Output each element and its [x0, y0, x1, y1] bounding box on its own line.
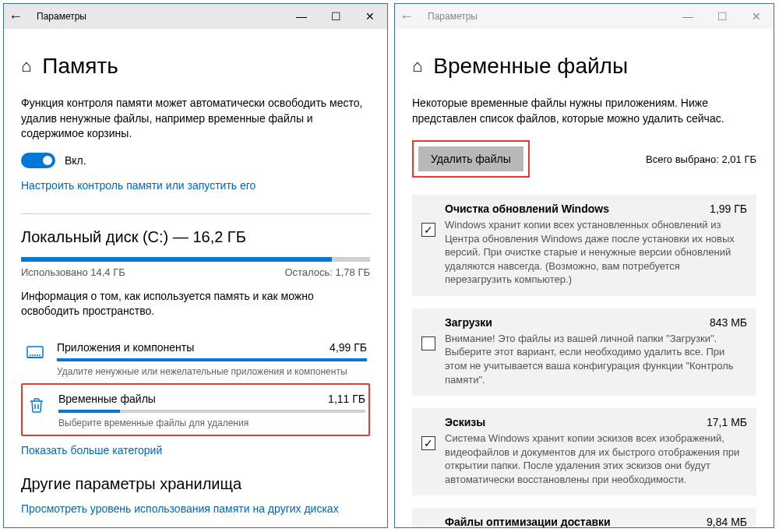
file-item-downloads[interactable]: Загрузки 843 МБ Внимание! Это файлы из в…: [412, 308, 756, 396]
disk-usage-bar: [21, 257, 370, 262]
minimize-button[interactable]: —: [284, 4, 319, 29]
more-storage-settings-title: Другие параметры хранилища: [21, 475, 370, 493]
checkbox[interactable]: [421, 336, 435, 351]
temp-files-list: ✓ Очистка обновлений Windows 1,99 ГБ Win…: [412, 195, 756, 527]
close-button[interactable]: ✕: [353, 4, 387, 29]
category-temp-files[interactable]: Временные файлы 1,11 ГБ Выберите временн…: [21, 383, 370, 436]
total-selected-label: Всего выбрано: 2,01 ГБ: [646, 153, 756, 165]
file-size: 1,99 ГБ: [710, 203, 747, 215]
maximize-button[interactable]: ☐: [319, 4, 353, 29]
file-description: Внимание! Это файлы из вашей личной папк…: [445, 332, 747, 386]
home-icon[interactable]: ⌂: [21, 58, 31, 75]
file-name: Эскизы: [445, 416, 485, 428]
category-sub: Удалите ненужные или нежелательные прило…: [57, 366, 367, 377]
delete-files-button[interactable]: Удалить файлы: [418, 146, 523, 171]
show-more-categories-link[interactable]: Показать больше категорий: [21, 444, 370, 456]
trash-icon: [26, 394, 48, 416]
file-item-windows-update-cleanup[interactable]: ✓ Очистка обновлений Windows 1,99 ГБ Win…: [412, 195, 756, 296]
apps-icon: [24, 343, 46, 365]
titlebar: ← Параметры — ☐ ✕: [395, 4, 774, 29]
checkbox[interactable]: ✓: [421, 436, 435, 450]
delete-files-highlight: Удалить файлы: [412, 140, 530, 178]
storage-sense-description: Функция контроля памяти может автоматиче…: [21, 96, 370, 142]
file-description: Windows хранит копии всех установленных …: [445, 218, 747, 287]
page-title: Временные файлы: [433, 54, 628, 79]
file-description: Система Windows хранит копии эскизов все…: [445, 432, 747, 486]
divider: [21, 213, 370, 214]
maximize-button[interactable]: ☐: [705, 4, 739, 29]
used-label: Использовано 14,4 ГБ: [21, 266, 125, 278]
file-name: Загрузки: [445, 316, 492, 329]
disk-info: Информация о том, как используется памят…: [21, 289, 370, 319]
temp-files-description: Некоторые временные файлы нужны приложен…: [412, 96, 756, 126]
category-name: Временные файлы: [58, 393, 156, 405]
checkbox[interactable]: ✓: [421, 223, 435, 237]
file-item-delivery-optimization[interactable]: Файлы оптимизации доставки 9,84 МБ Файлы…: [412, 508, 756, 527]
file-size: 17,1 МБ: [707, 416, 747, 428]
svg-rect-0: [27, 347, 43, 358]
settings-window-temp-files: ← Параметры — ☐ ✕ ⌂ Временные файлы Неко…: [394, 3, 774, 528]
titlebar: ← Параметры — ☐ ✕: [4, 4, 387, 29]
close-button[interactable]: ✕: [739, 4, 774, 29]
configure-storage-sense-link[interactable]: Настроить контроль памяти или запустить …: [21, 179, 370, 192]
window-title: Параметры: [428, 11, 478, 22]
file-name: Очистка обновлений Windows: [445, 203, 609, 215]
category-size: 1,11 ГБ: [328, 393, 365, 405]
toggle-label: Вкл.: [65, 154, 86, 167]
back-button[interactable]: ←: [9, 9, 23, 23]
category-size: 4,99 ГБ: [330, 341, 367, 354]
window-title: Параметры: [37, 11, 86, 22]
category-sub: Выберите временные файлы для удаления: [58, 417, 365, 428]
minimize-button[interactable]: —: [671, 4, 705, 29]
back-button[interactable]: ←: [400, 9, 414, 23]
settings-window-storage: ← Параметры — ☐ ✕ ⌂ Память Функция контр…: [3, 3, 388, 528]
storage-sense-toggle[interactable]: [21, 153, 55, 168]
page-title: Память: [42, 54, 118, 79]
file-name: Файлы оптимизации доставки: [445, 516, 611, 527]
category-apps[interactable]: Приложения и компоненты 4,99 ГБ Удалите …: [21, 333, 370, 383]
file-size: 843 МБ: [710, 316, 747, 329]
view-usage-other-drives-link[interactable]: Просмотреть уровень использования памяти…: [21, 502, 370, 515]
file-size: 9,84 МБ: [707, 516, 747, 527]
file-item-thumbnails[interactable]: ✓ Эскизы 17,1 МБ Система Windows хранит …: [412, 408, 756, 495]
local-disk-title: Локальный диск (C:) — 16,2 ГБ: [21, 228, 370, 246]
home-icon[interactable]: ⌂: [412, 58, 422, 75]
remaining-label: Осталось: 1,78 ГБ: [284, 266, 370, 278]
category-name: Приложения и компоненты: [57, 341, 194, 354]
